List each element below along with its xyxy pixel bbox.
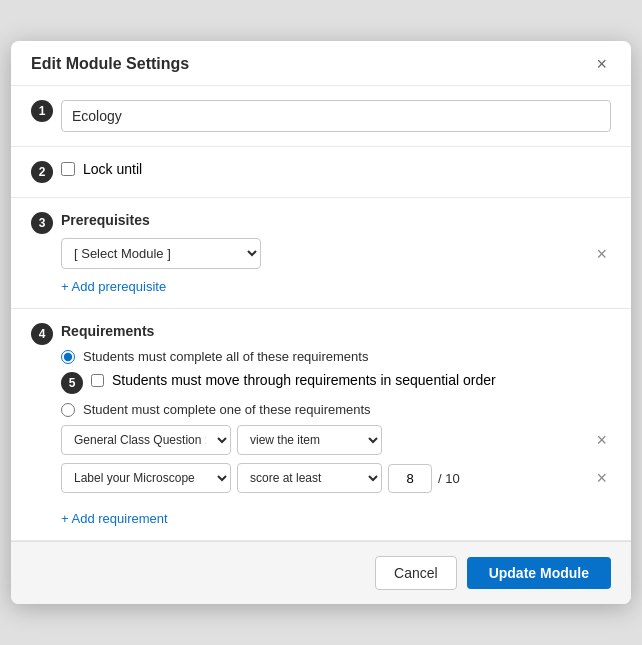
req1-module-select[interactable]: General Class Question :: [61, 425, 231, 455]
section-lock: 2 Lock until: [11, 147, 631, 198]
radio-all-requirements[interactable]: [61, 350, 75, 364]
prerequisite-remove-button[interactable]: ×: [592, 245, 611, 263]
modal-title: Edit Module Settings: [31, 55, 189, 73]
section-prerequisites: 3 Prerequisites [ Select Module ] × + Ad…: [11, 198, 631, 309]
step2-row: 2 Lock until: [31, 161, 611, 183]
step1-row: 1: [31, 100, 611, 132]
step3-label: 3: [31, 212, 53, 234]
modal-body: 1 2 Lock until: [11, 86, 631, 541]
radio-one-label: Student must complete one of these requi…: [83, 402, 371, 417]
close-button[interactable]: ×: [592, 55, 611, 73]
lock-until-label: Lock until: [83, 161, 142, 177]
req2-module-select[interactable]: Label your Microscope: [61, 463, 231, 493]
score-input[interactable]: [388, 464, 432, 493]
section-name: 1: [11, 86, 631, 147]
sequential-label: Students must move through requirements …: [112, 372, 496, 388]
req1-action-select[interactable]: view the item: [237, 425, 382, 455]
update-module-button[interactable]: Update Module: [467, 557, 611, 589]
step5-row: 5 Students must move through requirement…: [61, 372, 611, 394]
requirements-title: Requirements: [61, 323, 611, 339]
prerequisites-title: Prerequisites: [61, 212, 611, 228]
radio-row-one: Student must complete one of these requi…: [61, 402, 611, 417]
step4-row: 4 Requirements Students must complete al…: [31, 323, 611, 526]
step4-label: 4: [31, 323, 53, 345]
step2-content: Lock until: [61, 161, 611, 177]
cancel-button[interactable]: Cancel: [375, 556, 457, 590]
module-name-input[interactable]: [61, 100, 611, 132]
req2-action-select[interactable]: score at least: [237, 463, 382, 493]
req1-remove-button[interactable]: ×: [592, 431, 611, 449]
step4-content: Requirements Students must complete all …: [61, 323, 611, 526]
prerequisite-select-row: [ Select Module ] ×: [61, 238, 611, 269]
sequential-checkbox[interactable]: [91, 374, 104, 387]
radio-all-label: Students must complete all of these requ…: [83, 349, 368, 364]
step5-content: Students must move through requirements …: [91, 372, 496, 388]
step1-label: 1: [31, 100, 53, 122]
radio-row-all: Students must complete all of these requ…: [61, 349, 611, 364]
modal-header: Edit Module Settings ×: [11, 41, 631, 86]
requirement-row-1: General Class Question : view the item ×: [61, 425, 611, 455]
modal: Edit Module Settings × 1 2: [11, 41, 631, 604]
add-prerequisite-button[interactable]: + Add prerequisite: [61, 279, 166, 294]
score-total-label: / 10: [438, 471, 460, 486]
lock-until-checkbox[interactable]: [61, 162, 75, 176]
step1-content: [61, 100, 611, 132]
step2-label: 2: [31, 161, 53, 183]
step3-content: Prerequisites [ Select Module ] × + Add …: [61, 212, 611, 294]
req2-remove-button[interactable]: ×: [592, 469, 611, 487]
prerequisite-select[interactable]: [ Select Module ]: [61, 238, 261, 269]
modal-footer: Cancel Update Module: [11, 541, 631, 604]
lock-until-row: Lock until: [61, 161, 611, 177]
add-requirement-button[interactable]: + Add requirement: [61, 511, 168, 526]
step3-row: 3 Prerequisites [ Select Module ] × + Ad…: [31, 212, 611, 294]
requirement-row-2: Label your Microscope score at least / 1…: [61, 463, 611, 493]
step5-label: 5: [61, 372, 83, 394]
section-requirements: 4 Requirements Students must complete al…: [11, 309, 631, 541]
radio-one-requirement[interactable]: [61, 403, 75, 417]
modal-overlay: Edit Module Settings × 1 2: [0, 0, 642, 645]
